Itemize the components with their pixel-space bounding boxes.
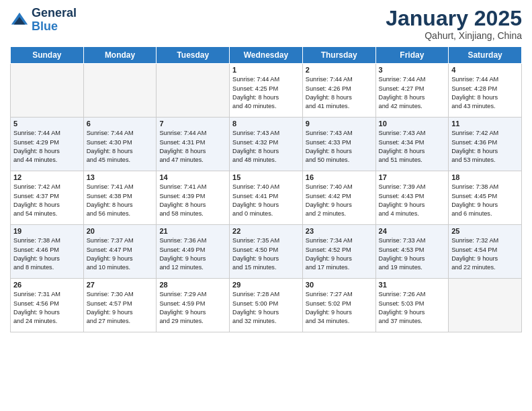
- day-header: Sunday: [11, 47, 84, 64]
- calendar-cell: 12Sunrise: 7:42 AMSunset: 4:37 PMDayligh…: [11, 171, 84, 225]
- calendar-cell: 31Sunrise: 7:26 AMSunset: 5:03 PMDayligh…: [375, 279, 449, 332]
- calendar-cell: 17Sunrise: 7:39 AMSunset: 4:43 PMDayligh…: [375, 171, 449, 225]
- day-number: 7: [159, 120, 226, 128]
- cell-text: and 6 minutes.: [451, 210, 519, 218]
- month-title: January 2025: [386, 7, 522, 30]
- cell-text: Daylight: 9 hours: [232, 308, 300, 317]
- cell-text: Sunrise: 7:41 AM: [159, 183, 226, 191]
- cell-text: Daylight: 8 hours: [159, 201, 226, 210]
- cell-text: Sunset: 4:31 PM: [159, 138, 226, 147]
- calendar-cell: [11, 64, 84, 118]
- cell-text: Daylight: 9 hours: [87, 308, 154, 317]
- cell-text: Daylight: 9 hours: [306, 201, 373, 210]
- day-header: Thursday: [302, 47, 375, 64]
- cell-text: Sunset: 4:39 PM: [159, 192, 226, 201]
- cell-text: Sunset: 4:38 PM: [87, 192, 154, 201]
- calendar-cell: 10Sunrise: 7:43 AMSunset: 4:34 PMDayligh…: [375, 118, 449, 171]
- day-number: 16: [306, 173, 373, 181]
- cell-text: Sunset: 4:34 PM: [379, 138, 446, 147]
- cell-text: and 15 minutes.: [232, 263, 300, 272]
- cell-text: Sunset: 4:53 PM: [379, 246, 446, 255]
- cell-text: Sunrise: 7:36 AM: [159, 236, 226, 245]
- cell-text: Daylight: 8 hours: [379, 147, 446, 156]
- day-header: Saturday: [449, 47, 522, 64]
- cell-text: Daylight: 8 hours: [87, 201, 154, 210]
- day-number: 8: [232, 120, 300, 128]
- calendar-cell: 24Sunrise: 7:33 AMSunset: 4:53 PMDayligh…: [375, 225, 449, 279]
- cell-text: Sunset: 5:00 PM: [232, 300, 300, 308]
- cell-text: Daylight: 9 hours: [379, 255, 446, 263]
- cell-text: and 10 minutes.: [87, 263, 154, 272]
- cell-text: and 0 minutes.: [232, 210, 300, 218]
- calendar-cell: 26Sunrise: 7:31 AMSunset: 4:56 PMDayligh…: [11, 279, 84, 332]
- cell-text: and 50 minutes.: [306, 156, 373, 165]
- cell-text: and 58 minutes.: [159, 210, 226, 218]
- calendar-cell: 9Sunrise: 7:43 AMSunset: 4:33 PMDaylight…: [302, 118, 375, 171]
- cell-text: Daylight: 8 hours: [451, 147, 519, 156]
- cell-text: and 43 minutes.: [451, 102, 519, 111]
- day-number: 20: [87, 227, 154, 235]
- day-number: 3: [379, 66, 446, 74]
- cell-text: Sunset: 4:56 PM: [13, 300, 81, 308]
- title-block: January 2025 Qahurt, Xinjiang, China: [386, 7, 522, 41]
- cell-text: Sunrise: 7:44 AM: [451, 75, 519, 84]
- cell-text: and 4 minutes.: [379, 210, 446, 218]
- calendar-cell: 6Sunrise: 7:44 AMSunset: 4:30 PMDaylight…: [83, 118, 157, 171]
- day-number: 14: [159, 173, 226, 181]
- cell-text: Daylight: 9 hours: [379, 308, 446, 317]
- cell-text: Sunset: 4:59 PM: [159, 300, 226, 308]
- day-number: 1: [232, 66, 300, 74]
- day-header: Monday: [83, 47, 157, 64]
- calendar-cell: 29Sunrise: 7:28 AMSunset: 5:00 PMDayligh…: [230, 279, 303, 332]
- header-row: SundayMondayTuesdayWednesdayThursdayFrid…: [11, 47, 522, 64]
- cell-text: Daylight: 8 hours: [451, 93, 519, 102]
- cell-text: and 8 minutes.: [13, 263, 81, 272]
- cell-text: and 12 minutes.: [159, 263, 226, 272]
- cell-text: Daylight: 8 hours: [306, 147, 373, 156]
- calendar-table: SundayMondayTuesdayWednesdayThursdayFrid…: [10, 46, 522, 332]
- day-number: 4: [451, 66, 519, 74]
- cell-text: Sunset: 4:54 PM: [451, 246, 519, 255]
- calendar-cell: 21Sunrise: 7:36 AMSunset: 4:49 PMDayligh…: [157, 225, 230, 279]
- cell-text: Sunrise: 7:42 AM: [451, 129, 519, 138]
- calendar-cell: 8Sunrise: 7:43 AMSunset: 4:32 PMDaylight…: [230, 118, 303, 171]
- cell-text: and 56 minutes.: [87, 210, 154, 218]
- cell-text: Daylight: 8 hours: [306, 93, 373, 102]
- calendar-cell: 15Sunrise: 7:40 AMSunset: 4:41 PMDayligh…: [230, 171, 303, 225]
- calendar-cell: [449, 279, 522, 332]
- calendar-cell: 1Sunrise: 7:44 AMSunset: 4:25 PMDaylight…: [230, 64, 303, 118]
- calendar-cell: 20Sunrise: 7:37 AMSunset: 4:47 PMDayligh…: [83, 225, 157, 279]
- calendar-cell: 14Sunrise: 7:41 AMSunset: 4:39 PMDayligh…: [157, 171, 230, 225]
- day-header: Friday: [375, 47, 449, 64]
- cell-text: Sunrise: 7:33 AM: [379, 236, 446, 245]
- day-number: 31: [379, 281, 446, 289]
- cell-text: Sunset: 4:36 PM: [451, 138, 519, 147]
- logo: General Blue: [10, 7, 77, 34]
- cell-text: Daylight: 8 hours: [87, 147, 154, 156]
- cell-text: Sunrise: 7:43 AM: [379, 129, 446, 138]
- day-number: 18: [451, 173, 519, 181]
- calendar-cell: 23Sunrise: 7:34 AMSunset: 4:52 PMDayligh…: [302, 225, 375, 279]
- cell-text: Sunset: 4:29 PM: [13, 138, 81, 147]
- cell-text: and 29 minutes.: [159, 317, 226, 326]
- day-number: 5: [13, 120, 81, 128]
- logo-icon: [10, 11, 29, 30]
- day-header: Tuesday: [157, 47, 230, 64]
- cell-text: Sunset: 4:27 PM: [379, 85, 446, 93]
- cell-text: Sunrise: 7:44 AM: [306, 75, 373, 84]
- cell-text: Daylight: 9 hours: [306, 255, 373, 263]
- cell-text: and 53 minutes.: [451, 156, 519, 165]
- cell-text: Sunset: 4:42 PM: [306, 192, 373, 201]
- day-number: 11: [451, 120, 519, 128]
- cell-text: Sunset: 4:37 PM: [13, 192, 81, 201]
- day-number: 26: [13, 281, 81, 289]
- cell-text: Sunrise: 7:44 AM: [379, 75, 446, 84]
- calendar-cell: 3Sunrise: 7:44 AMSunset: 4:27 PMDaylight…: [375, 64, 449, 118]
- calendar-week: 1Sunrise: 7:44 AMSunset: 4:25 PMDaylight…: [11, 64, 522, 118]
- cell-text: Sunrise: 7:40 AM: [232, 183, 300, 191]
- cell-text: Sunset: 4:32 PM: [232, 138, 300, 147]
- day-number: 9: [306, 120, 373, 128]
- cell-text: Daylight: 8 hours: [159, 147, 226, 156]
- day-number: 2: [306, 66, 373, 74]
- cell-text: Sunrise: 7:27 AM: [306, 290, 373, 299]
